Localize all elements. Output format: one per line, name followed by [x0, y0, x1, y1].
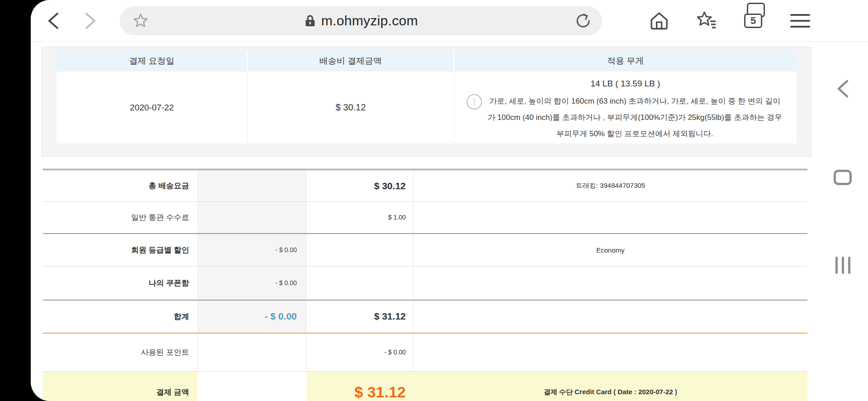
row-discount: - $ 0.00	[198, 234, 306, 267]
shipping-payment-amount: $ 30.12	[247, 72, 454, 143]
back-arrow-icon	[46, 12, 61, 30]
three-bars-icon	[835, 257, 850, 274]
row-discount	[198, 372, 306, 401]
payment-method-note: 결제 수단 Credit Card ( Date : 2020-07-22 )	[413, 372, 807, 401]
page-content: 결제 요청일 배송비 결제금액 적용 무게 2020-07-22 $ 30.12…	[31, 42, 868, 401]
tabs-button[interactable]: 5	[742, 6, 764, 35]
row-amount: - $ 0.00	[306, 333, 413, 372]
row-label: 총 배송요금	[43, 170, 198, 202]
summary-row-coupons: 나의 쿠폰함 - $ 0.00	[43, 267, 807, 300]
summary-row-subtotal: 합계 - $ 0.00 $ 31.12	[43, 300, 807, 333]
android-back-button[interactable]	[829, 75, 856, 102]
forward-arrow-icon	[83, 12, 98, 30]
app-surface: m.ohmyzip.com	[31, 0, 868, 401]
subtotal-amount: $ 31.12	[306, 300, 413, 333]
header-applied-weight: 적용 무게	[454, 51, 797, 72]
shipment-table-container: 결제 요청일 배송비 결제금액 적용 무게 2020-07-22 $ 30.12…	[42, 47, 811, 157]
header-shipping-payment-amount: 배송비 결제금액	[247, 51, 454, 72]
tab-count: 5	[744, 14, 762, 28]
star-list-icon	[695, 10, 717, 31]
home-icon	[649, 10, 670, 31]
chevron-left-icon	[835, 79, 850, 99]
hamburger-icon	[790, 14, 810, 28]
row-discount: - $ 0.00	[198, 267, 306, 300]
summary-row-total-shipping: 총 배송요금 $ 30.12 트래킹: 394844707305	[43, 170, 807, 202]
payment-summary-table: 총 배송요금 $ 30.12 트래킹: 394844707305 일반 통관 수…	[43, 169, 807, 401]
row-label: 일반 통관 수수료	[43, 202, 198, 234]
row-discount	[198, 170, 306, 202]
row-discount	[198, 202, 306, 234]
applied-weight-cell: 14 LB ( 13.59 LB ) ! 가로, 세로, 높이의 합이 160c…	[454, 72, 797, 143]
payment-total-label: 결제 금액	[43, 372, 198, 401]
row-amount: $ 30.12	[306, 170, 413, 202]
home-button[interactable]	[648, 6, 670, 35]
rounded-square-icon	[834, 170, 852, 185]
summary-row-payment-total: 결제 금액 $ 31.12 결제 수단 Credit Card ( Date :…	[43, 372, 807, 401]
row-note	[413, 202, 807, 234]
summary-row-member-discount: 회원 등급별 할인 - $ 0.00 Economy	[43, 234, 807, 267]
android-home-button[interactable]	[829, 164, 856, 191]
menu-button[interactable]	[789, 6, 811, 35]
header-payment-request-date: 결제 요청일	[57, 51, 247, 72]
tracking-number: 트래킹: 394844707305	[413, 170, 807, 202]
row-amount	[306, 267, 413, 300]
row-amount	[306, 234, 413, 267]
payment-request-date: 2020-07-22	[57, 72, 247, 143]
refresh-button[interactable]	[573, 11, 593, 31]
row-amount: $ 1.00	[306, 202, 413, 234]
row-note	[413, 333, 807, 372]
summary-row-used-points: 사용된 포인트 - $ 0.00	[43, 333, 807, 372]
weight-notice-text: 가로, 세로, 높이의 합이 160cm (63 inch) 초과하거나, 가로…	[486, 93, 784, 142]
row-label: 합계	[43, 300, 198, 333]
browser-toolbar: m.ohmyzip.com	[31, 0, 868, 42]
payment-total-amount: $ 31.12	[306, 372, 413, 401]
lock-icon	[304, 14, 316, 28]
row-label: 나의 쿠폰함	[43, 267, 198, 300]
shipment-header-row: 결제 요청일 배송비 결제금액 적용 무게	[57, 51, 797, 72]
applied-weight-value: 14 LB ( 13.59 LB )	[454, 79, 797, 89]
subtotal-discount: - $ 0.00	[198, 300, 306, 333]
row-discount	[198, 333, 306, 372]
shipping-method: Economy	[413, 234, 807, 267]
shipment-data-row: 2020-07-22 $ 30.12 14 LB ( 13.59 LB ) ! …	[57, 72, 797, 143]
row-note	[413, 267, 807, 300]
summary-row-customs-fee: 일반 통관 수수료 $ 1.00	[43, 202, 807, 234]
bookmarks-button[interactable]	[695, 6, 717, 35]
row-label: 회원 등급별 할인	[43, 234, 198, 267]
browser-back-button[interactable]	[41, 8, 66, 33]
row-label: 사용된 포인트	[43, 333, 198, 372]
refresh-icon	[574, 12, 592, 30]
row-note	[413, 300, 807, 333]
browser-forward-button[interactable]	[78, 8, 103, 33]
android-recents-button[interactable]	[829, 252, 856, 279]
exclamation-circle-icon: !	[467, 94, 482, 110]
url-text: m.ohmyzip.com	[321, 13, 418, 29]
address-bar[interactable]: m.ohmyzip.com	[120, 6, 602, 35]
shipment-table: 결제 요청일 배송비 결제금액 적용 무게 2020-07-22 $ 30.12…	[57, 51, 797, 143]
